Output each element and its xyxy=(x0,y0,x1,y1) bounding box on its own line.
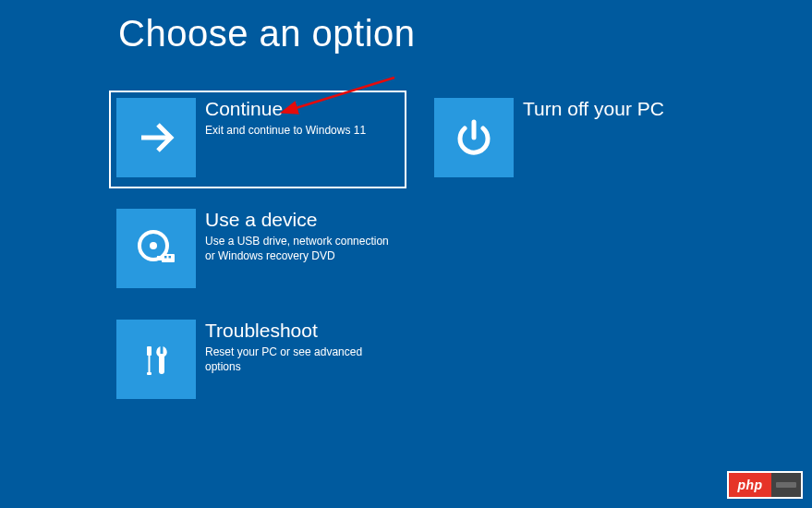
option-use-device[interactable]: Use a device Use a USB drive, network co… xyxy=(109,201,406,299)
watermark-brand: php xyxy=(729,473,771,497)
option-troubleshoot-title: Troubleshoot xyxy=(205,320,399,341)
troubleshoot-tile xyxy=(116,320,196,399)
arrow-right-icon xyxy=(134,115,178,160)
option-troubleshoot-desc: Reset your PC or see advanced options xyxy=(205,345,399,374)
option-continue[interactable]: Continue Exit and continue to Windows 11 xyxy=(109,91,406,188)
svg-rect-5 xyxy=(157,256,163,260)
power-icon xyxy=(452,115,496,160)
option-usedevice-desc: Use a USB drive, network connection or W… xyxy=(205,234,399,263)
svg-rect-10 xyxy=(147,372,151,375)
svg-rect-11 xyxy=(161,345,164,354)
watermark-chip-icon xyxy=(771,473,801,497)
disc-usb-icon xyxy=(133,225,179,272)
svg-rect-7 xyxy=(169,256,172,259)
continue-tile xyxy=(116,98,196,177)
turnoff-tile xyxy=(434,98,514,177)
option-turnoff-title: Turn off your PC xyxy=(523,98,717,119)
svg-rect-4 xyxy=(162,254,175,262)
option-continue-title: Continue xyxy=(205,98,399,119)
svg-point-3 xyxy=(150,242,157,249)
svg-rect-8 xyxy=(147,346,151,356)
option-turn-off[interactable]: Turn off your PC xyxy=(427,91,724,188)
page-title: Choose an option xyxy=(118,13,416,54)
option-usedevice-title: Use a device xyxy=(205,209,399,230)
svg-rect-9 xyxy=(149,355,151,373)
tools-icon xyxy=(134,337,178,381)
option-continue-desc: Exit and continue to Windows 11 xyxy=(205,123,399,138)
watermark: php xyxy=(727,471,803,499)
option-troubleshoot[interactable]: Troubleshoot Reset your PC or see advanc… xyxy=(109,312,406,410)
svg-rect-6 xyxy=(164,256,167,259)
usedevice-tile xyxy=(116,209,196,288)
options-grid: Continue Exit and continue to Windows 11… xyxy=(109,91,724,410)
